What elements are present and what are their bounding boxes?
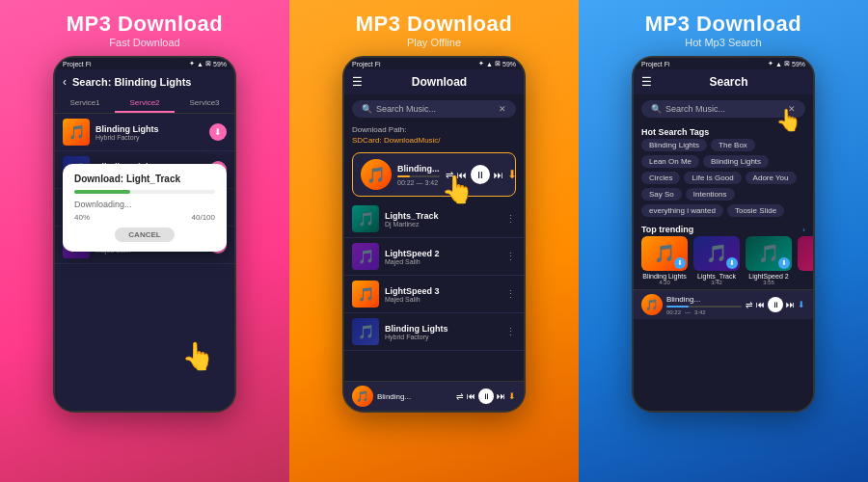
trend-item-3[interactable]: 🎵 ⬇ Li... 4:10 [798, 236, 813, 285]
bottom-time-cur-3: 00:22 [666, 309, 681, 315]
screen-3: ☰ Search 🔍 Search Music... ✕ 👆 Hot Searc… [634, 69, 813, 411]
p2-search-bar[interactable]: 🔍 Search Music... ✕ [352, 100, 516, 118]
battery-icon: 59% [213, 61, 227, 67]
tab-service3[interactable]: Service3 [175, 94, 234, 113]
status-bar-1: Project Fi ✦ ▲ ⊠ 59% [55, 58, 234, 69]
song-info-p2-3: Blinding Lights Hybrid Factory [385, 324, 500, 340]
player-controls: ⇌ ⏮ ⏸ ⏭ ⬇ [446, 165, 517, 184]
back-icon[interactable]: ‹ [63, 75, 67, 89]
tag-5[interactable]: Life Is Good [684, 172, 741, 184]
trend-name-1: Lights_Track [693, 273, 740, 280]
bottom-prev-3[interactable]: ⏮ [756, 300, 765, 309]
status-bar-2: Project Fi ✦ ▲ ⊠ 59% [344, 58, 524, 69]
panel-play-offline: MP3 Download Play Offline Project Fi ✦ ▲… [289, 0, 579, 482]
bottom-info-3: Blinding... 00:22 — 3:42 [666, 295, 742, 315]
shuffle-icon[interactable]: ⇌ [446, 170, 453, 180]
menu-icon[interactable]: ☰ [352, 75, 363, 89]
bottom-title-3: Blinding... [666, 295, 742, 304]
now-progress-track [397, 175, 440, 177]
list-item[interactable]: 🎵 LightSpeed 2 Majed Salih ⋮ [344, 238, 524, 276]
trend-dl-2[interactable]: ⬇ [778, 257, 790, 269]
bluetooth-icon-3: ✦ [768, 60, 773, 67]
now-playing-bar[interactable]: 🎵 Blinding... 00:22 — 3:42 ⇌ ⏮ ⏸ [352, 152, 516, 197]
phone-1: Project Fi ✦ ▲ ⊠ 59% ‹ Search: Blinding … [53, 56, 236, 413]
tag-8[interactable]: Intentions [686, 188, 735, 201]
p3-search-bar[interactable]: 🔍 Search Music... ✕ [641, 100, 805, 118]
status-icons-1: ✦ ▲ ⊠ 59% [189, 60, 227, 67]
bottom-next-2[interactable]: ⏭ [497, 391, 505, 401]
more-icon-1[interactable]: ⋮ [505, 251, 516, 263]
list-item[interactable]: 🎵 LightSpeed 3 Majed Salih ⋮ [344, 276, 524, 313]
tab-service2[interactable]: Service2 [115, 94, 175, 113]
path-label: Download Path: [344, 123, 524, 136]
cancel-button[interactable]: CANCEL [115, 228, 174, 242]
more-icon-0[interactable]: ⋮ [505, 213, 516, 226]
list-item[interactable]: 🎵 Blinding Lights Hybrid Factory ⋮ [344, 313, 524, 351]
tab-service1[interactable]: Service1 [55, 94, 115, 113]
tag-4[interactable]: Circles [641, 172, 680, 184]
tag-1[interactable]: The Box [711, 139, 755, 151]
menu-icon-3[interactable]: ☰ [641, 75, 652, 89]
song-name-p2-0: Lights_Track [385, 211, 500, 221]
download-numbers: 40% 40/100 [74, 213, 215, 222]
trend-time-1: 3:42 [693, 280, 740, 285]
bottom-prev-2[interactable]: ⏮ [467, 391, 475, 401]
bottom-shuffle-3[interactable]: ⇌ [746, 300, 753, 309]
bottom-play-3[interactable]: ⏸ [768, 297, 783, 312]
signal-icon-2: ▲ [486, 61, 493, 67]
list-item[interactable]: 🎵 Blinding Lights Hybrid Factory ⬇ [55, 114, 234, 151]
song-artist-p2-0: Dj Martinez [385, 221, 500, 228]
carrier-3: Project Fi [641, 61, 670, 67]
song-thumb-p2-2: 🎵 [352, 281, 379, 308]
more-icon-3[interactable]: ⋮ [505, 326, 516, 338]
status-bar-3: Project Fi ✦ ▲ ⊠ 59% [634, 58, 813, 69]
more-icon-2[interactable]: ⋮ [505, 288, 516, 301]
bluetooth-icon: ✦ [189, 60, 195, 67]
song-name-p2-3: Blinding Lights [385, 324, 500, 334]
tag-9[interactable]: everything i wanted [641, 204, 723, 217]
next-icon[interactable]: ⏭ [494, 170, 503, 180]
trend-dl-0[interactable]: ⬇ [674, 257, 686, 269]
song-artist-p2-3: Hybrid Factory [385, 334, 500, 340]
wifi-icon: ⊠ [205, 60, 211, 67]
bottom-player-3: 🎵 Blinding... 00:22 — 3:42 ⇌ ⏮ ⏸ [634, 289, 813, 319]
phone-3: Project Fi ✦ ▲ ⊠ 59% ☰ Search 🔍 Search M… [632, 56, 815, 413]
p2-header: ☰ Download [344, 69, 524, 94]
trend-thumb-3: 🎵 ⬇ [798, 236, 813, 271]
tag-7[interactable]: Say So [641, 188, 682, 201]
trending-more[interactable]: › [802, 226, 805, 234]
trend-dl-1[interactable]: ⬇ [726, 257, 738, 269]
bottom-play-2[interactable]: ⏸ [478, 388, 494, 404]
tag-6[interactable]: Adore You [746, 172, 797, 184]
p2-search-clear[interactable]: ✕ [499, 104, 506, 114]
bottom-shuffle-2[interactable]: ⇌ [456, 391, 464, 401]
screen-1: ‹ Search: Blinding Lights Service1 Servi… [55, 69, 234, 411]
download-icon[interactable]: ⬇ [507, 168, 517, 181]
song-thumb-p2-1: 🎵 [352, 243, 379, 270]
signal-icon-3: ▲ [775, 61, 782, 67]
play-pause-button[interactable]: ⏸ [471, 165, 490, 184]
now-playing-thumb: 🎵 [361, 159, 392, 190]
bottom-dl-2[interactable]: ⬇ [508, 391, 516, 401]
tag-0[interactable]: Blinding Lights [641, 139, 707, 151]
battery-icon-2: 59% [502, 61, 516, 67]
panel-1-title: MP3 Download [67, 12, 223, 37]
song-name-p2-1: LightSpeed 2 [385, 249, 500, 258]
p3-header-title: Search [652, 75, 805, 89]
bottom-progress-3 [666, 306, 742, 308]
trend-item-1[interactable]: 🎵 ⬇ Lights_Track 3:42 [693, 236, 740, 285]
trend-item-0[interactable]: 🎵 ⬇ Blinding Lights 4:20 [641, 236, 688, 285]
carrier-2: Project Fi [352, 61, 381, 67]
trend-item-2[interactable]: 🎵 ⬇ LightSpeed 2 3:55 [746, 236, 792, 285]
download-count: 40/100 [192, 213, 215, 222]
p3-search-clear[interactable]: ✕ [788, 104, 796, 114]
phone-2: Project Fi ✦ ▲ ⊠ 59% ☰ Download 🔍 Search… [342, 56, 526, 413]
tag-3[interactable]: Blinding Lights [703, 155, 769, 168]
tag-10[interactable]: Toosie Slide [727, 204, 784, 217]
download-btn-0[interactable]: ⬇ [209, 123, 227, 141]
bottom-dl-3[interactable]: ⬇ [798, 300, 805, 309]
list-item[interactable]: 🎵 Lights_Track Dj Martinez ⋮ [344, 201, 524, 238]
prev-icon[interactable]: ⏮ [457, 170, 467, 180]
bottom-next-3[interactable]: ⏭ [786, 300, 795, 309]
tag-2[interactable]: Lean On Me [641, 155, 699, 168]
